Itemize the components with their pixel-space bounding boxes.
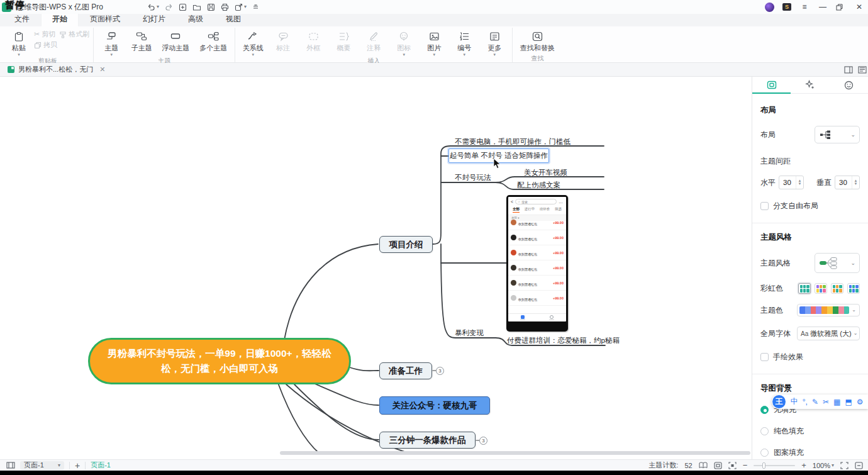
canvas-view-icon[interactable] (858, 66, 867, 74)
ime-tool-icon[interactable]: °, (800, 398, 810, 406)
restore-button[interactable] (836, 4, 846, 11)
input-method-toolbar[interactable]: 王 中°,✎✂▦⬒⚙ (772, 394, 868, 409)
format-painter-button[interactable]: 格式刷 (59, 30, 89, 39)
rainbow-color-button[interactable] (798, 283, 811, 294)
document-tab[interactable]: 男粉暴利不...松松，无门 ✕ (5, 65, 108, 74)
topic-prepare[interactable]: 准备工作 (379, 362, 432, 379)
customize-toolbar-button[interactable] (252, 4, 259, 11)
ime-tool-icon[interactable]: ✂ (820, 398, 831, 406)
numbering-button[interactable]: 编号 ▾ (450, 30, 478, 55)
attached-phone-screenshot[interactable]: < ⌕搜索 … 全部 进行中 待评价 筛选 类型 ▾ 收到普通红包 (506, 195, 568, 332)
copy-button[interactable]: 拷贝 (34, 40, 57, 50)
zoom-out-button[interactable]: − (743, 461, 748, 470)
fullscreen-icon[interactable] (840, 462, 849, 469)
mindmap-canvas[interactable]: 男粉暴利不封号玩法，一单99，日赚1000+，轻轻松松，无门槛，小白即可入场 项… (0, 77, 752, 459)
ime-logo-icon[interactable]: 王 (772, 395, 786, 408)
topic-three-min[interactable]: 三分钟一条爆款作品 (379, 432, 476, 449)
zoom-in-button[interactable]: + (801, 461, 806, 470)
topic-no-pc[interactable]: 不需要电脑，手机即可操作，门槛低 (455, 137, 570, 147)
close-button[interactable]: ✕ (854, 3, 864, 11)
focus-mode-icon[interactable] (728, 462, 737, 469)
open-file-button[interactable] (192, 3, 201, 11)
topic-profit[interactable]: 暴利变现 (455, 328, 484, 338)
tab-page-style[interactable]: 页面样式 (79, 12, 131, 26)
page-list-icon[interactable] (6, 462, 15, 469)
redo-button[interactable] (165, 3, 173, 11)
stepper-arrows-icon[interactable]: ▲▼ (852, 176, 859, 189)
collapsed-badge-three-min[interactable]: 3 (479, 437, 487, 445)
pattern-fill-radio[interactable] (760, 449, 769, 457)
fit-window-icon[interactable] (714, 462, 722, 469)
tab-view[interactable]: 视图 (215, 12, 252, 26)
find-replace-button[interactable]: 查找和替换 (516, 30, 558, 53)
paste-button[interactable]: 粘贴 ▾ (6, 30, 31, 55)
relationship-line-button[interactable]: 关系线 ▾ (239, 30, 267, 55)
new-file-button[interactable] (179, 3, 187, 11)
summary-button[interactable]: 概要 (330, 30, 357, 53)
topic-beauty-video[interactable]: 美女开车视频 (524, 168, 567, 177)
topic-button[interactable]: 主题 ▾ (97, 30, 125, 55)
callout-button[interactable]: 标注 (269, 30, 297, 53)
global-font-dropdown[interactable]: Aa 微软雅黑 (大) ⌄ (797, 327, 860, 340)
multiple-topics-button[interactable]: 多个主题 (196, 30, 231, 53)
topic-sad-copy[interactable]: 配上伤感文案 (517, 181, 560, 190)
collapsed-badge-prepare[interactable]: 3 (436, 367, 444, 375)
no-fill-radio[interactable] (760, 406, 769, 414)
share-button[interactable]: ▾ (235, 3, 247, 11)
user-avatar[interactable] (765, 3, 774, 12)
tab-file[interactable]: 文件 (4, 12, 40, 26)
ime-tool-icon[interactable]: ▦ (832, 398, 843, 406)
panel-tab-icons[interactable] (830, 77, 868, 93)
add-page-button[interactable]: + (75, 461, 80, 471)
zoom-slider-thumb[interactable] (762, 462, 765, 469)
floating-topic-button[interactable]: 浮动主题 (158, 30, 193, 53)
layout-dropdown[interactable]: ⌄ (815, 126, 860, 143)
rainbow-color-button[interactable] (815, 283, 827, 294)
hand-drawn-checkbox[interactable] (760, 353, 769, 361)
zoom-slider[interactable] (754, 465, 795, 466)
undo-button[interactable]: ▾ (147, 3, 159, 11)
ime-tool-icon[interactable]: ✎ (810, 398, 820, 406)
zoom-level-dropdown[interactable]: 100% ▾ (813, 462, 834, 469)
cut-button[interactable]: ✂ 剪切 (34, 30, 55, 39)
vertical-spacing-stepper[interactable]: 30 ▲▼ (835, 176, 860, 189)
rainbow-color-button[interactable] (847, 283, 860, 294)
comment-button[interactable]: 注释 (360, 30, 387, 53)
split-view-icon[interactable] (844, 66, 853, 74)
collapse-panel-icon[interactable] (855, 462, 863, 469)
ime-tool-icon[interactable]: ⬒ (843, 398, 854, 406)
boundary-button[interactable]: 外框 (299, 30, 327, 53)
topic-no-ban-play[interactable]: 不封号玩法 (455, 173, 491, 182)
save-button[interactable] (207, 3, 215, 11)
horizontal-scrollbar[interactable] (280, 451, 750, 455)
page-tab-1[interactable]: 页面-1 (91, 461, 111, 470)
subtopic-button[interactable]: 子主题 (128, 30, 155, 53)
topic-paid-group[interactable]: 付费进群培训：恋爱秘籍，约p秘籍 (507, 336, 620, 345)
menu-button[interactable]: ≡ (799, 3, 810, 11)
theme-color-dropdown[interactable]: ⌄ (797, 304, 860, 316)
panel-tab-style[interactable] (752, 77, 791, 93)
more-insert-button[interactable]: 更多 ▾ (481, 30, 508, 55)
document-tab-close-icon[interactable]: ✕ (99, 65, 105, 74)
topic-follow-account[interactable]: 关注公众号：硬核九哥 (379, 396, 490, 415)
print-button[interactable] (221, 3, 229, 11)
ime-tool-icon[interactable]: 中 (788, 396, 800, 407)
rainbow-color-button[interactable] (831, 283, 843, 294)
reading-view-icon[interactable] (699, 462, 708, 469)
theme-style-dropdown[interactable]: ⌄ (815, 253, 860, 273)
image-button[interactable]: 图片 ▾ (420, 30, 448, 55)
central-topic[interactable]: 男粉暴利不封号玩法，一单99，日赚1000+，轻轻松松，无门槛，小白即可入场 (88, 338, 351, 384)
ime-tool-icon[interactable]: ⚙ (854, 398, 865, 406)
tab-advanced[interactable]: 高级 (177, 12, 214, 26)
minimize-button[interactable]: — (818, 3, 828, 11)
panel-tab-ai[interactable] (791, 77, 829, 93)
tab-home[interactable]: 开始 (42, 12, 78, 26)
free-layout-checkbox[interactable] (760, 202, 769, 210)
page-select-dropdown[interactable]: 页面-1 ▾ (20, 461, 64, 470)
icon-mark-button[interactable]: 图标 ▾ (390, 30, 418, 55)
solid-fill-radio[interactable] (760, 427, 769, 435)
stepper-arrows-icon[interactable]: ▲▼ (796, 176, 803, 189)
svip-badge[interactable]: S (782, 3, 791, 11)
topic-project-intro[interactable]: 项目介绍 (379, 236, 433, 253)
tab-slides[interactable]: 幻灯片 (132, 12, 176, 26)
